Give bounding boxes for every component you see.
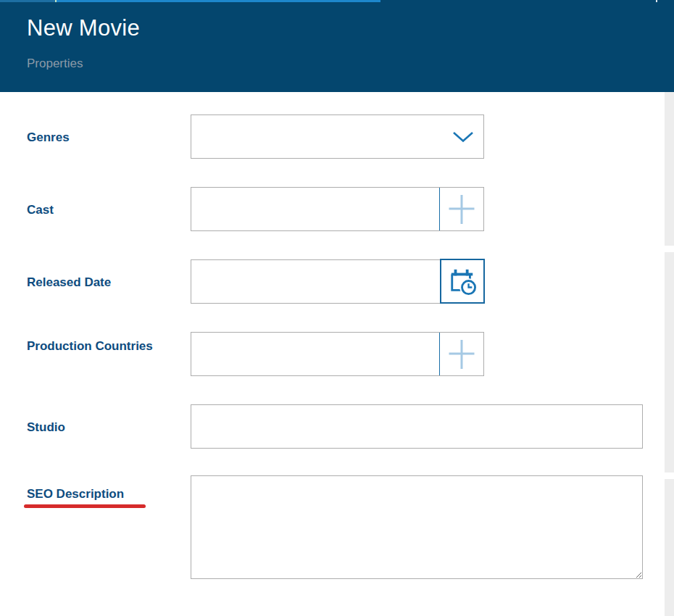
scrollbar-thumb[interactable]	[665, 252, 674, 473]
genres-dropdown[interactable]	[191, 115, 484, 159]
page-subtitle: Properties	[27, 57, 83, 71]
studio-input[interactable]	[191, 405, 642, 448]
date-picker-button[interactable]	[440, 259, 485, 304]
plus-icon	[448, 193, 475, 225]
field-label-released-date: Released Date	[27, 274, 156, 291]
tab-strip-active-segment	[57, 0, 380, 2]
field-label-genres: Genres	[27, 129, 156, 146]
scrollbar-segment[interactable]	[665, 479, 674, 616]
scrollbar-segment[interactable]	[665, 92, 674, 246]
tab-strip-segment	[0, 0, 55, 2]
page-title: New Movie	[27, 15, 140, 41]
production-countries-picker	[191, 332, 484, 376]
add-production-country-button[interactable]	[440, 333, 483, 375]
seo-description-textarea[interactable]	[191, 475, 643, 579]
field-label-seo-description: SEO Description	[27, 486, 156, 502]
add-cast-button[interactable]	[440, 188, 483, 230]
studio-field	[191, 404, 643, 449]
cast-input[interactable]	[191, 188, 440, 230]
cast-picker	[191, 187, 484, 231]
field-label-cast: Cast	[27, 201, 156, 218]
chevron-down-icon	[452, 131, 474, 143]
field-label-production-countries: Production Countries	[27, 338, 156, 354]
dialog-header: New Movie Properties	[0, 0, 674, 92]
released-date-input[interactable]	[191, 260, 440, 303]
browser-tab-strip	[0, 0, 674, 2]
scrollbar[interactable]	[665, 92, 674, 616]
red-underline-annotation	[24, 504, 146, 508]
calendar-clock-icon	[449, 267, 476, 295]
production-countries-input[interactable]	[191, 333, 440, 375]
tab-strip-divider	[656, 0, 657, 2]
plus-icon	[448, 338, 475, 370]
field-label-studio: Studio	[27, 419, 156, 436]
